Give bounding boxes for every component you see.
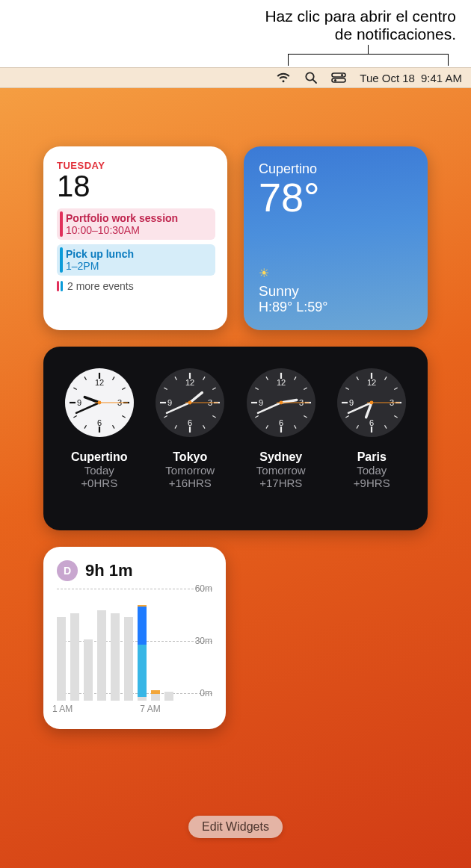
weather-widget[interactable]: Cupertino 78° ☀︎ Sunny H:89° L:59° [244, 146, 428, 330]
screentime-avatar: D [57, 560, 78, 581]
menubar-time: 9:41 AM [421, 72, 462, 84]
screentime-bar-segment [138, 645, 147, 697]
worldclock-city-day: Tomorrow [244, 464, 318, 477]
svg-point-47 [188, 401, 192, 405]
screentime-bar-segment [138, 607, 147, 645]
svg-line-1 [313, 80, 316, 83]
control-center-icon[interactable] [331, 72, 346, 83]
screentime-bar-segment [138, 605, 147, 607]
svg-point-26 [97, 401, 101, 405]
weather-sun-row: ☀︎ [259, 266, 327, 280]
search-icon[interactable] [304, 71, 318, 84]
worldclock-widget[interactable]: 12369 CupertinoToday+0HRS 12369 TokyoTom… [43, 347, 428, 530]
screentime-gridline [57, 693, 212, 694]
svg-text:12: 12 [185, 378, 194, 387]
screentime-xtick [179, 704, 188, 714]
svg-point-89 [370, 401, 374, 405]
screentime-gridline [57, 589, 212, 589]
screentime-bar-segment [97, 610, 106, 701]
screentime-bar [70, 613, 79, 701]
avatar-letter: D [64, 565, 71, 577]
weather-temp: 78° [259, 177, 413, 217]
sun-icon: ☀︎ [259, 266, 269, 280]
wifi-icon[interactable] [276, 72, 291, 83]
worldclock-city-offset: +0HRS [63, 477, 136, 489]
screentime-chart: 0m30m60m [57, 589, 212, 701]
callout-bracket [288, 54, 449, 66]
screentime-bar [97, 610, 106, 701]
worldclock-city: 12369 SydneyTomorrow+17HRS [244, 366, 318, 517]
callout-line2: de notificaciones. [0, 25, 456, 43]
calendar-event[interactable]: Pick up lunch 1–2PM [57, 244, 215, 276]
more-events-bars [57, 281, 63, 291]
svg-text:6: 6 [369, 418, 374, 427]
screentime-bar [57, 617, 66, 701]
screentime-xtick [90, 704, 99, 714]
menubar-date: Tue Oct 18 [360, 72, 415, 84]
screentime-bar-segment [138, 697, 147, 701]
screentime-xtick: 7 AM [140, 704, 160, 714]
event-time: 1–2PM [66, 260, 209, 272]
worldclock-city: 12369 ParisToday+9HRS [335, 366, 408, 517]
event-accent-bar [60, 247, 63, 273]
screentime-bar-segment [84, 639, 93, 701]
svg-point-5 [334, 79, 336, 81]
svg-text:9: 9 [259, 398, 263, 407]
menubar: Tue Oct 18 9:41 AM [0, 67, 471, 88]
event-title: Pick up lunch [66, 248, 209, 260]
worldclock-city-offset: +16HRS [153, 477, 227, 489]
screentime-bar-segment [70, 613, 79, 701]
callout-stem [368, 45, 369, 54]
svg-point-68 [279, 401, 283, 405]
screentime-xtick [131, 704, 140, 714]
worldclock-city-name: Cupertino [63, 450, 136, 464]
svg-text:9: 9 [167, 398, 172, 407]
screentime-bar-segment [57, 617, 66, 701]
svg-text:6: 6 [188, 418, 192, 427]
desktop-background: TUESDAY 18 Portfolio work session 10:00–… [0, 88, 471, 868]
screentime-bar-segment [111, 613, 120, 701]
svg-text:12: 12 [367, 378, 376, 387]
event-accent-bar [60, 211, 63, 237]
callout-line1: Haz clic para abrir el centro [0, 7, 456, 25]
screentime-total: 9h 1m [85, 561, 133, 580]
svg-text:9: 9 [349, 398, 354, 407]
screentime-bar [164, 692, 173, 701]
screentime-xtick [165, 704, 174, 714]
worldclock-city-day: Today [63, 464, 136, 477]
screentime-widget[interactable]: D 9h 1m 0m30m60m 1 AM7 AM [43, 547, 226, 729]
edit-widgets-label: Edit Widgets [202, 820, 269, 833]
menubar-datetime[interactable]: Tue Oct 18 9:41 AM [360, 72, 462, 84]
screentime-bar-segment [151, 694, 160, 701]
calendar-more-events[interactable]: 2 more events [57, 280, 215, 292]
screentime-bar [151, 690, 160, 701]
screentime-xtick [77, 704, 86, 714]
calendar-date-number: 18 [57, 171, 215, 201]
worldclock-city-name: Tokyo [153, 450, 227, 464]
calendar-event[interactable]: Portfolio work session 10:00–10:30AM [57, 208, 215, 240]
weather-condition: Sunny [259, 283, 327, 300]
worldclock-city-offset: +17HRS [244, 477, 318, 489]
screentime-ytick: 30m [195, 636, 212, 646]
screentime-bar-segment [151, 690, 160, 694]
svg-text:6: 6 [97, 418, 102, 427]
svg-text:12: 12 [95, 378, 104, 387]
worldclock-city: 12369 TokyoTomorrow+16HRS [153, 366, 227, 517]
widget-column: TUESDAY 18 Portfolio work session 10:00–… [43, 146, 446, 729]
screentime-xtick [104, 704, 113, 714]
svg-rect-4 [332, 78, 345, 82]
svg-text:12: 12 [277, 378, 286, 387]
callout-text: Haz clic para abrir el centro de notific… [0, 7, 456, 43]
svg-point-3 [341, 74, 343, 76]
screentime-bar-segment [124, 617, 133, 701]
screentime-bar [111, 613, 120, 701]
edit-widgets-button[interactable]: Edit Widgets [188, 816, 283, 838]
worldclock-city-day: Today [335, 464, 408, 477]
screentime-xtick [117, 704, 126, 714]
worldclock-city-name: Sydney [244, 450, 318, 464]
worldclock-city-offset: +9HRS [335, 477, 408, 489]
screentime-bar [84, 639, 93, 701]
calendar-widget[interactable]: TUESDAY 18 Portfolio work session 10:00–… [43, 146, 227, 330]
screentime-xtick: 1 AM [52, 704, 73, 714]
svg-text:6: 6 [279, 418, 283, 427]
